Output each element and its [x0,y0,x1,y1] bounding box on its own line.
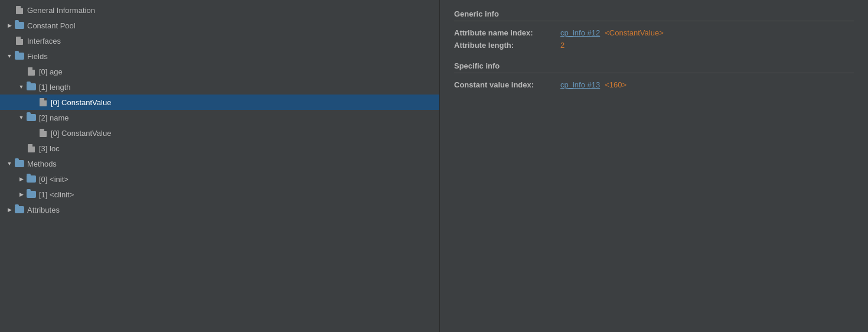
toggle-field-3-loc: ▶ [17,145,26,151]
const-value-link[interactable]: cp_info #13 [560,80,600,89]
tree-item-attributes[interactable]: ▶Attributes [0,202,439,217]
toggle-attributes[interactable]: ▶ [5,207,14,213]
file-icon-general-information [14,5,25,15]
folder-icon-attributes [14,205,25,214]
tree-panel: ▶General Information▶Constant Pool▶Inter… [0,0,440,332]
toggle-field-2-name[interactable]: ▼ [17,115,26,121]
toggle-interfaces: ▶ [5,38,14,44]
tree-item-constant-pool[interactable]: ▶Constant Pool [0,18,439,33]
tree-item-general-information[interactable]: ▶General Information [0,2,439,18]
toggle-method-0-init[interactable]: ▶ [17,176,26,182]
toggle-field-1-length-0-constantvalue: ▶ [28,99,38,105]
toggle-methods[interactable]: ▼ [5,161,14,167]
tree-label-methods: Methods [27,160,57,168]
toggle-general-information: ▶ [5,7,14,13]
tree-label-general-information: General Information [27,6,95,15]
tree-label-fields: Fields [27,52,48,61]
toggle-method-1-clinit[interactable]: ▶ [17,191,26,197]
folder-icon-method-1-clinit [26,190,37,199]
tree-label-field-1-length: [1] length [39,83,71,92]
tree-label-field-2-name: [2] name [39,113,69,122]
toggle-field-2-name-0-constantvalue: ▶ [28,130,38,136]
toggle-fields[interactable]: ▼ [5,53,14,59]
tree-item-field-2-name[interactable]: ▼[2] name [0,110,439,125]
tree-item-field-3-loc[interactable]: ▶[3] loc [0,141,439,156]
toggle-field-1-length[interactable]: ▼ [17,84,26,90]
generic-section-title: Generic info [454,9,854,21]
attr-length-value: 2 [560,41,564,50]
tree-label-field-1-length-0-constantvalue: [0] ConstantValue [51,98,111,107]
file-icon-field-0-age [26,67,37,76]
tree-label-constant-pool: Constant Pool [27,21,76,30]
folder-icon-field-2-name [26,113,37,122]
tree-label-attributes: Attributes [27,206,60,214]
file-icon-field-2-name-0-constantvalue [38,128,48,138]
toggle-field-0-age: ▶ [17,69,26,74]
folder-icon-methods [14,159,25,168]
tree-item-fields[interactable]: ▼Fields [0,48,439,64]
detail-panel: Generic info Attribute name index: cp_in… [440,0,868,332]
attr-name-value: <ConstantValue> [605,28,664,37]
tree-label-method-0-init: [0] <init> [39,175,68,184]
tree-label-field-0-age: [0] age [39,67,63,76]
attr-name-label: Attribute name index: [454,28,560,37]
const-value-label: Constant value index: [454,80,560,89]
tree-item-method-0-init[interactable]: ▶[0] <init> [0,171,439,187]
tree-label-interfaces: Interfaces [27,37,61,45]
attr-name-row: Attribute name index: cp_info #12 <Const… [454,28,854,37]
folder-icon-fields [14,51,25,61]
const-value-value: <160> [605,80,626,89]
attr-name-link[interactable]: cp_info #12 [560,28,600,37]
file-icon-interfaces [14,36,25,45]
tree-item-interfaces[interactable]: ▶Interfaces [0,33,439,48]
tree-label-method-1-clinit: [1] <clinit> [39,190,74,199]
tree-item-field-0-age[interactable]: ▶[0] age [0,64,439,79]
const-value-row: Constant value index: cp_info #13 <160> [454,80,854,89]
tree-item-method-1-clinit[interactable]: ▶[1] <clinit> [0,187,439,202]
tree-item-field-1-length-0-constantvalue[interactable]: ▶[0] ConstantValue [0,95,439,110]
tree-item-field-2-name-0-constantvalue[interactable]: ▶[0] ConstantValue [0,125,439,141]
file-icon-field-3-loc [26,144,37,153]
folder-icon-method-0-init [26,174,37,184]
folder-icon-field-1-length [26,82,37,92]
folder-icon-constant-pool [14,21,25,30]
toggle-constant-pool[interactable]: ▶ [5,22,14,28]
tree-item-field-1-length[interactable]: ▼[1] length [0,79,439,95]
tree-item-methods[interactable]: ▼Methods [0,156,439,171]
specific-section-title: Specific info [454,61,854,73]
file-icon-field-1-length-0-constantvalue [38,97,48,107]
attr-length-row: Attribute length: 2 [454,41,854,50]
attr-length-label: Attribute length: [454,41,560,50]
tree-label-field-3-loc: [3] loc [39,144,60,153]
tree-label-field-2-name-0-constantvalue: [0] ConstantValue [51,129,111,138]
